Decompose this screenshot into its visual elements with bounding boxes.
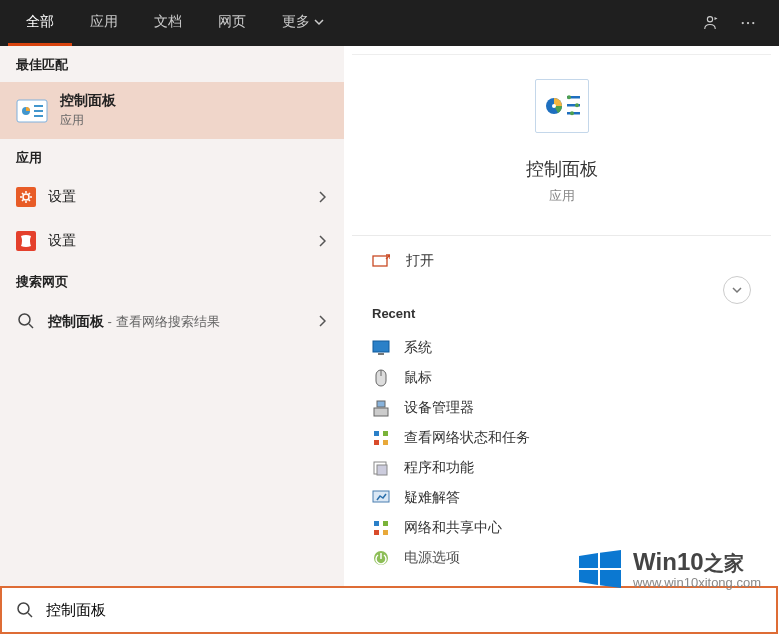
windows-logo-icon [577, 546, 623, 592]
svg-line-42 [28, 613, 32, 617]
tabs-right-group [701, 0, 771, 46]
svg-point-21 [570, 111, 574, 115]
tab-more-label: 更多 [282, 13, 310, 31]
watermark-main: Win10 [633, 548, 703, 575]
control-panel-large-icon [535, 79, 589, 133]
svg-point-1 [742, 22, 744, 24]
recent-item-label: 网络和共享中心 [404, 519, 502, 537]
recent-item-programs[interactable]: 程序和功能 [372, 453, 751, 483]
app-item-label: 设置 [48, 188, 328, 206]
svg-rect-37 [383, 521, 388, 526]
web-result-title: 控制面板 [48, 313, 104, 329]
gear-icon [16, 187, 36, 207]
svg-rect-6 [34, 105, 43, 107]
recent-item-label: 电源选项 [404, 549, 460, 567]
best-match-item[interactable]: 控制面板 应用 [0, 82, 344, 139]
recent-item-system[interactable]: 系统 [372, 333, 751, 363]
preview-panel: 控制面板 应用 打开 Recent 系统 鼠标 [352, 54, 771, 586]
search-icon [16, 311, 36, 331]
chevron-right-icon [318, 191, 326, 203]
apps-header: 应用 [0, 139, 344, 175]
search-bar[interactable] [0, 586, 778, 634]
best-match-header: 最佳匹配 [0, 46, 344, 82]
recent-item-network-status[interactable]: 查看网络状态和任务 [372, 423, 751, 453]
troubleshoot-icon [372, 489, 390, 507]
svg-rect-7 [34, 110, 43, 112]
svg-point-12 [19, 314, 30, 325]
open-action[interactable]: 打开 [352, 235, 771, 286]
preview-subtitle: 应用 [549, 187, 575, 205]
svg-rect-29 [374, 431, 379, 436]
more-options-icon[interactable] [739, 14, 757, 32]
svg-line-13 [29, 324, 33, 328]
svg-point-15 [552, 104, 556, 108]
preview-title: 控制面板 [526, 157, 598, 181]
tab-more[interactable]: 更多 [264, 0, 342, 46]
best-match-text: 控制面板 应用 [60, 92, 328, 129]
web-header: 搜索网页 [0, 263, 344, 299]
chevron-right-icon [318, 315, 326, 327]
tabs-left-group: 全部 应用 文档 网页 更多 [8, 0, 701, 46]
results-panel: 最佳匹配 控制面板 应用 应用 设置 [0, 46, 344, 586]
web-search-item[interactable]: 控制面板 - 查看网络搜索结果 [0, 299, 344, 343]
svg-rect-23 [373, 341, 389, 352]
watermark-text: Win10之家 www.win10xitong.com [633, 548, 761, 590]
recent-item-network-sharing[interactable]: 网络和共享中心 [372, 513, 751, 543]
tab-apps[interactable]: 应用 [72, 0, 136, 46]
preview-header: 控制面板 应用 [352, 55, 771, 235]
expand-button[interactable] [723, 276, 751, 304]
device-manager-icon [372, 399, 390, 417]
svg-point-41 [18, 603, 29, 614]
chevron-right-icon [318, 235, 326, 247]
svg-rect-36 [374, 521, 379, 526]
recent-item-label: 系统 [404, 339, 432, 357]
recent-item-label: 疑难解答 [404, 489, 460, 507]
svg-rect-9 [16, 187, 36, 207]
svg-rect-32 [383, 440, 388, 445]
svg-point-20 [575, 103, 579, 107]
svg-point-3 [752, 22, 754, 24]
svg-rect-8 [34, 115, 43, 117]
tab-all[interactable]: 全部 [8, 0, 72, 46]
chevron-down-icon [314, 17, 324, 27]
recent-item-label: 鼠标 [404, 369, 432, 387]
svg-rect-28 [377, 401, 385, 407]
top-tabs-bar: 全部 应用 文档 网页 更多 [0, 0, 779, 46]
power-icon [372, 549, 390, 567]
svg-point-2 [747, 22, 749, 24]
app-icon [16, 231, 36, 251]
programs-icon [372, 459, 390, 477]
svg-rect-30 [383, 431, 388, 436]
svg-point-19 [567, 95, 571, 99]
app-item-settings-2[interactable]: 设置 [0, 219, 344, 263]
svg-rect-22 [373, 256, 387, 266]
recent-section: Recent 系统 鼠标 设备管理器 查看网络状态和任务 程序和功能 [352, 286, 771, 573]
mouse-icon [372, 369, 390, 387]
watermark-zhijia: 之家 [704, 552, 744, 574]
recent-item-device-manager[interactable]: 设备管理器 [372, 393, 751, 423]
svg-rect-27 [374, 408, 388, 416]
best-match-title: 控制面板 [60, 92, 328, 110]
best-match-subtitle: 应用 [60, 112, 328, 129]
tab-docs[interactable]: 文档 [136, 0, 200, 46]
recent-item-label: 设备管理器 [404, 399, 474, 417]
svg-rect-34 [377, 465, 387, 475]
network-sharing-icon [372, 519, 390, 537]
search-input[interactable] [46, 602, 762, 619]
svg-rect-38 [374, 530, 379, 535]
svg-rect-31 [374, 440, 379, 445]
recent-item-troubleshoot[interactable]: 疑难解答 [372, 483, 751, 513]
feedback-icon[interactable] [701, 14, 719, 32]
recent-header: Recent [372, 306, 751, 321]
chevron-down-icon [731, 284, 743, 296]
tab-web[interactable]: 网页 [200, 0, 264, 46]
search-icon [16, 601, 34, 619]
recent-item-label: 程序和功能 [404, 459, 474, 477]
app-item-settings-1[interactable]: 设置 [0, 175, 344, 219]
recent-item-mouse[interactable]: 鼠标 [372, 363, 751, 393]
svg-point-0 [707, 17, 712, 22]
svg-rect-24 [378, 353, 384, 355]
open-label: 打开 [406, 252, 434, 270]
network-status-icon [372, 429, 390, 447]
watermark: Win10之家 www.win10xitong.com [577, 546, 761, 592]
